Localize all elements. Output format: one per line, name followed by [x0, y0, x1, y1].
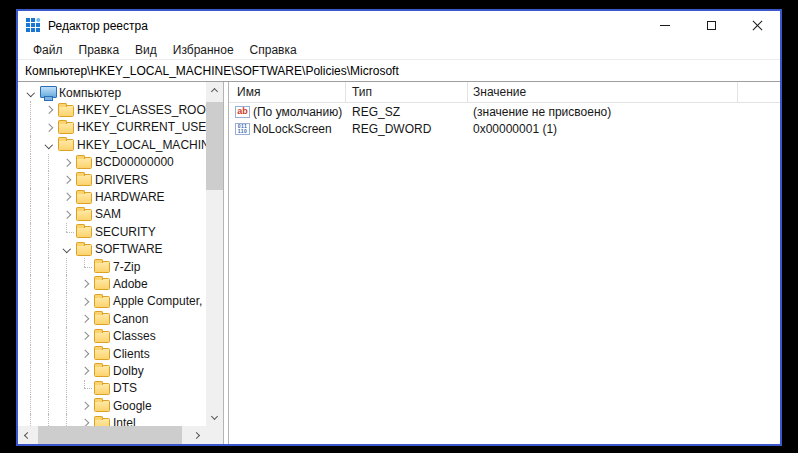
title-bar[interactable]: Редактор реестра — [18, 11, 780, 40]
tree-expander[interactable] — [58, 206, 76, 223]
menu-item-0[interactable]: Файл — [25, 40, 71, 59]
tree-node-1[interactable]: HKEY_CLASSES_ROOT — [22, 101, 206, 118]
maximize-button[interactable] — [688, 11, 734, 40]
folder-icon — [94, 418, 110, 426]
tree-expander[interactable] — [76, 414, 94, 426]
chevron-right-icon — [63, 211, 71, 219]
tree-node-12[interactable]: Apple Computer, Inc. — [22, 293, 206, 310]
tree-expander[interactable] — [76, 293, 94, 310]
menu-item-2[interactable]: Вид — [127, 40, 165, 59]
tree-expander[interactable] — [76, 345, 94, 362]
tree-node-8[interactable]: SECURITY — [22, 223, 206, 240]
tree-leaf-connector — [76, 258, 94, 275]
tree-node-11[interactable]: Adobe — [22, 275, 206, 292]
tree-node-5[interactable]: DRIVERS — [22, 171, 206, 188]
tree-expander[interactable] — [58, 188, 76, 205]
tree-expander[interactable] — [40, 101, 58, 118]
tree-node-label: DTS — [113, 381, 137, 395]
folder-icon — [58, 105, 74, 117]
registry-tree: КомпьютерHKEY_CLASSES_ROOTHKEY_CURRENT_U… — [18, 82, 206, 426]
tree-guide-line — [22, 293, 40, 310]
tree-node-4[interactable]: BCD00000000 — [22, 154, 206, 171]
tree-expander[interactable] — [40, 136, 58, 153]
tree-guide-line — [22, 414, 40, 426]
scroll-right-button[interactable] — [190, 426, 206, 444]
close-button[interactable] — [734, 11, 780, 40]
scroll-up-button[interactable] — [206, 82, 223, 98]
column-header-2[interactable]: Значение — [468, 82, 738, 102]
value-row-1[interactable]: NoLockScreenREG_DWORD0x00000001 (1) — [229, 121, 780, 139]
minimize-button[interactable] — [642, 11, 688, 40]
tree-node-label: SAM — [95, 207, 121, 221]
tree-node-19[interactable]: Intel — [22, 414, 206, 426]
tree-guide-line — [40, 275, 58, 292]
folder-icon — [76, 209, 92, 221]
tree-expander[interactable] — [40, 119, 58, 136]
tree-node-9[interactable]: SOFTWARE — [22, 241, 206, 258]
tree-guide-line — [40, 345, 58, 362]
folder-icon — [94, 278, 110, 290]
tree-expander[interactable] — [76, 327, 94, 344]
tree-expander[interactable] — [76, 310, 94, 327]
tree-node-17[interactable]: DTS — [22, 380, 206, 397]
menu-item-4[interactable]: Справка — [242, 40, 305, 59]
maximize-icon — [707, 21, 716, 30]
chevron-right-icon — [81, 350, 89, 358]
horizontal-scroll-thumb[interactable] — [38, 426, 182, 444]
close-icon — [752, 20, 763, 31]
folder-icon — [58, 139, 74, 151]
tree-guide-line — [40, 293, 58, 310]
value-type-cell: REG_SZ — [346, 105, 468, 119]
vertical-scroll-thumb[interactable] — [206, 102, 223, 190]
chevron-right-icon — [81, 402, 89, 410]
tree-node-6[interactable]: HARDWARE — [22, 188, 206, 205]
tree-leaf-connector — [76, 380, 94, 397]
tree-guide-line — [40, 223, 58, 240]
address-input[interactable] — [18, 60, 780, 81]
tree-guide-line — [40, 327, 58, 344]
values-panel: ИмяТипЗначение (По умолчанию)REG_SZ(знач… — [228, 82, 780, 444]
tree-vertical-scrollbar[interactable] — [206, 82, 223, 426]
menu-item-3[interactable]: Избранное — [165, 40, 242, 59]
tree-node-label: SECURITY — [95, 225, 156, 239]
scrollbar-corner — [206, 426, 223, 444]
tree-expander[interactable] — [22, 84, 40, 101]
tree-node-7[interactable]: SAM — [22, 206, 206, 223]
tree-node-label: DRIVERS — [95, 173, 148, 187]
folder-icon — [76, 192, 92, 204]
value-row-0[interactable]: (По умолчанию)REG_SZ(значение не присвое… — [229, 103, 780, 121]
menu-item-1[interactable]: Правка — [71, 40, 128, 59]
tree-expander[interactable] — [58, 241, 76, 258]
tree-node-15[interactable]: Clients — [22, 345, 206, 362]
tree-guide-line — [22, 362, 40, 379]
tree-expander[interactable] — [58, 171, 76, 188]
tree-horizontal-scrollbar[interactable] — [18, 426, 206, 444]
tree-node-10[interactable]: 7-Zip — [22, 258, 206, 275]
scroll-left-button[interactable] — [18, 426, 34, 444]
tree-expander[interactable] — [76, 275, 94, 292]
tree-node-label: HKEY_LOCAL_MACHINE — [77, 138, 206, 152]
tree-node-2[interactable]: HKEY_CURRENT_USER — [22, 119, 206, 136]
tree-node-3[interactable]: HKEY_LOCAL_MACHINE — [22, 136, 206, 153]
tree-expander[interactable] — [58, 154, 76, 171]
value-data-cell: 0x00000001 (1) — [468, 122, 738, 136]
tree-node-18[interactable]: Google — [22, 397, 206, 414]
tree-guide-line — [58, 345, 76, 362]
column-header-0[interactable]: Имя — [229, 82, 346, 102]
tree-guide-line — [22, 223, 40, 240]
tree-node-14[interactable]: Classes — [22, 327, 206, 344]
column-header-1[interactable]: Тип — [346, 82, 468, 102]
tree-guide-line — [22, 327, 40, 344]
tree-expander[interactable] — [76, 397, 94, 414]
tree-node-0[interactable]: Компьютер — [22, 84, 206, 101]
tree-node-label: Clients — [113, 347, 150, 361]
scroll-down-button[interactable] — [206, 410, 223, 426]
tree-expander[interactable] — [76, 362, 94, 379]
tree-node-13[interactable]: Canon — [22, 310, 206, 327]
tree-node-16[interactable]: Dolby — [22, 362, 206, 379]
value-type-cell: REG_DWORD — [346, 122, 468, 136]
chevron-down-icon — [211, 413, 218, 420]
tree-node-label: Adobe — [113, 277, 148, 291]
tree-guide-line — [40, 154, 58, 171]
value-name-text: NoLockScreen — [253, 122, 332, 136]
